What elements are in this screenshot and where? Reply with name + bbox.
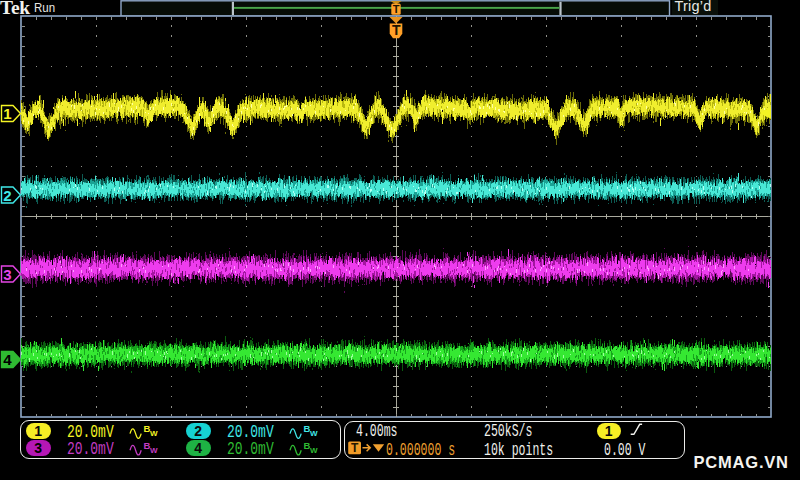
svg-text:1: 1 bbox=[3, 105, 11, 122]
svg-text:3: 3 bbox=[3, 266, 11, 283]
svg-text:2: 2 bbox=[3, 187, 11, 204]
svg-text:4: 4 bbox=[3, 351, 12, 368]
svg-text:T: T bbox=[393, 3, 400, 15]
svg-text:T: T bbox=[392, 22, 401, 38]
